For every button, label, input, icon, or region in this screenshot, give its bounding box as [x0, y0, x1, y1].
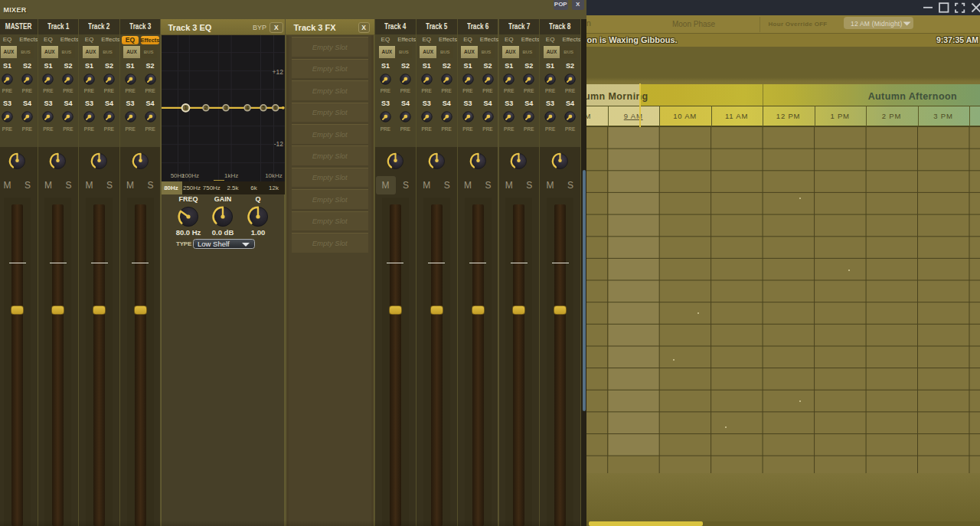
svg-text:2: 2 [204, 105, 207, 110]
svg-text:+12: +12 [272, 68, 283, 76]
svg-text:6: 6 [273, 105, 276, 110]
svg-text:4: 4 [246, 105, 249, 110]
svg-text:10kHz: 10kHz [265, 172, 283, 179]
svg-text:1: 1 [184, 105, 187, 110]
svg-text:-12: -12 [273, 140, 283, 148]
svg-text:100Hz: 100Hz [181, 172, 198, 179]
svg-text:5: 5 [262, 105, 265, 110]
svg-text:1kHz: 1kHz [224, 172, 237, 179]
svg-text:3: 3 [224, 105, 227, 110]
